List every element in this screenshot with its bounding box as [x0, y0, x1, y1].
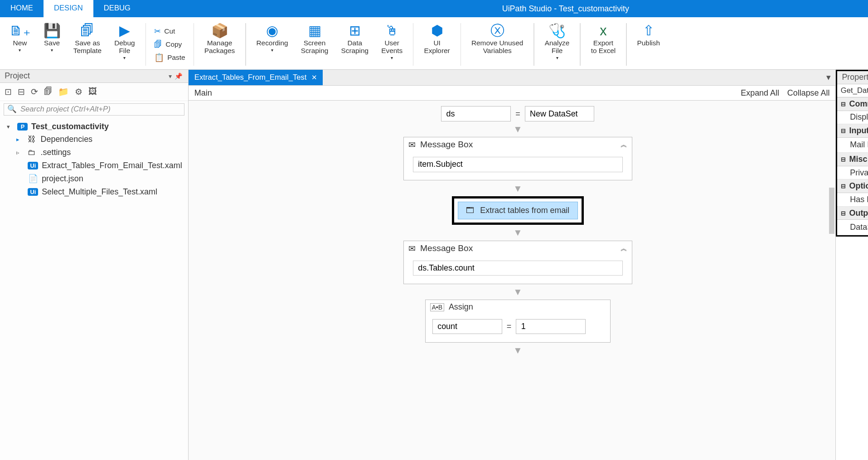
message-box-activity-2[interactable]: ✉Message Box︽ — [403, 241, 633, 285]
ui-explorer-button[interactable]: ⬢UI Explorer — [418, 20, 456, 69]
dependencies-icon: ⛓ — [27, 135, 37, 144]
cut-label: Cut — [164, 27, 175, 35]
clipboard-group: ✂Cut 🗐Copy 📋Paste — [150, 20, 189, 69]
prop-private[interactable]: Private — [837, 166, 868, 180]
remove-invalid-icon[interactable]: 🖼 — [88, 87, 97, 97]
document-tabs: Extract_Tables_From_Email_Test ✕ ▾ — [189, 70, 835, 86]
tree-file-extract[interactable]: UiExtract_Tables_From_Email_Test.xaml — [0, 159, 188, 172]
document-tab-active[interactable]: Extract_Tables_From_Email_Test ✕ — [189, 70, 323, 86]
document-tabs-dropdown[interactable]: ▾ — [822, 70, 835, 86]
msgbox2-input[interactable] — [413, 261, 623, 276]
breadcrumb-main[interactable]: Main — [194, 88, 212, 98]
data-scraping-button[interactable]: ⊞Data Scraping — [335, 20, 374, 69]
publish-button[interactable]: ⇧Publish — [631, 20, 666, 69]
category-options[interactable]: ⊟Options — [837, 179, 868, 193]
activity-type-label: Get_DataSet_from_MailMessage.ExtractTabl… — [837, 84, 868, 97]
expand-all-button[interactable]: Expand All — [741, 88, 779, 98]
export-excel-button[interactable]: xExport to Excel — [585, 20, 621, 69]
tree-settings-label: .settings — [41, 148, 71, 157]
assign-activity-1[interactable]: = — [441, 106, 594, 121]
excel-icon: x — [600, 22, 606, 39]
assign2-title: Assign — [449, 302, 473, 312]
displayname-key: DisplayName — [837, 111, 868, 124]
pin-icon[interactable]: 📌 — [175, 73, 183, 80]
project-search[interactable]: 🔍 Search project (Ctrl+Alt+P) — [4, 103, 185, 116]
extract-tables-activity-selected[interactable]: 🗔Extract tables from email — [452, 196, 584, 225]
project-tree: ▾PTest_customactivity ▸⛓Dependencies ▹🗀.… — [0, 118, 188, 201]
settings-icon[interactable]: ⚙ — [75, 87, 82, 97]
category-misc[interactable]: ⊟Misc — [837, 153, 868, 166]
designer-canvas[interactable]: = ▼ ✉Message Box︽ ▼ 🗔Extract tables from… — [189, 101, 835, 460]
tree-dependencies[interactable]: ▸⛓Dependencies — [0, 133, 188, 146]
designer-area: Extract_Tables_From_Email_Test ✕ ▾ Main … — [189, 70, 835, 460]
package-icon: 📦 — [211, 22, 228, 39]
xaml-icon: Ui — [28, 188, 38, 196]
data-scrape-icon: ⊞ — [349, 22, 361, 39]
close-tab-icon[interactable]: ✕ — [311, 73, 317, 82]
search-icon: 🔍 — [7, 105, 17, 114]
expand-all-icon[interactable]: ⊡ — [5, 87, 12, 97]
user-events-button[interactable]: 🖱User Events▾ — [375, 20, 408, 69]
panel-dropdown-icon[interactable]: ▾ — [169, 73, 172, 80]
open-folder-icon[interactable]: 📁 — [58, 87, 69, 97]
flow-arrow-icon: ▼ — [513, 227, 522, 238]
new-button[interactable]: 🗎₊New▾ — [4, 20, 37, 69]
assign-icon: A•B — [430, 303, 444, 311]
collapse-all-button[interactable]: Collapse All — [787, 88, 830, 98]
collapse-icon[interactable]: ︽ — [621, 140, 627, 150]
document-tab-label: Extract_Tables_From_Email_Test — [194, 73, 307, 82]
manage-packages-button[interactable]: 📦Manage Packages — [199, 20, 241, 69]
debug-file-label: Debug File — [114, 39, 135, 55]
menu-home[interactable]: HOME — [0, 0, 44, 17]
paste-button[interactable]: 📋Paste — [150, 52, 189, 64]
collapse-icon[interactable]: ︽ — [621, 244, 627, 253]
show-all-icon[interactable]: 🗐 — [44, 87, 53, 97]
tree-file-project-json[interactable]: 📄project.json — [0, 172, 188, 186]
assign2-left-input[interactable] — [432, 319, 502, 334]
save-button[interactable]: 💾Save▾ — [38, 20, 67, 69]
prop-dataset[interactable]: DataSet… — [837, 220, 868, 235]
debug-file-button[interactable]: ▶Debug File▾ — [108, 20, 141, 69]
tree-settings[interactable]: ▹🗀.settings — [0, 146, 188, 159]
prop-displayname[interactable]: DisplayNameExtract tables from email — [837, 111, 868, 125]
assign-activity-2[interactable]: A•BAssign = — [425, 300, 611, 343]
prop-mailmessage[interactable]: Mail Message… — [837, 138, 868, 153]
prop-hasheaders[interactable]: Has Headers — [837, 193, 868, 207]
menu-design[interactable]: DESIGN — [44, 0, 93, 17]
analyze-file-label: Analyze File — [545, 39, 570, 55]
save-as-template-button[interactable]: 🗐Save as Template — [68, 20, 107, 69]
copy-button[interactable]: 🗐Copy — [150, 39, 189, 50]
tree-root[interactable]: ▾PTest_customactivity — [0, 120, 188, 133]
assign1-right-input[interactable] — [525, 106, 595, 121]
assign1-left-input[interactable] — [441, 106, 511, 121]
message-box-activity-1[interactable]: ✉Message Box︽ — [403, 137, 633, 181]
menu-debug[interactable]: DEBUG — [93, 0, 141, 17]
category-output[interactable]: ⊟Output — [837, 207, 868, 220]
remove-icon: ⓧ — [490, 22, 504, 39]
msgbox1-input[interactable] — [413, 157, 623, 172]
cut-icon: ✂ — [154, 26, 161, 36]
envelope-icon: ✉ — [408, 140, 416, 150]
category-common[interactable]: ⊟Common — [837, 97, 868, 111]
screen-scraping-button[interactable]: ▦Screen Scraping — [295, 20, 334, 69]
tree-file-select-multiple[interactable]: UiSelect_Multiple_Files_Test.xaml — [0, 185, 188, 199]
cut-button[interactable]: ✂Cut — [150, 25, 189, 37]
msgbox2-title: Message Box — [420, 243, 473, 253]
assign2-right-input[interactable] — [516, 319, 586, 334]
collapse-all-icon[interactable]: ⊟ — [18, 87, 25, 97]
window-title: UiPath Studio - Test_customactivity — [141, 4, 868, 14]
mouse-icon: 🖱 — [385, 22, 399, 39]
remove-unused-button[interactable]: ⓧRemove Unused Variables — [466, 20, 529, 69]
cat-common-label: Common — [849, 99, 868, 109]
dataset-key: DataSet — [837, 221, 868, 234]
category-input[interactable]: ⊟Input — [837, 124, 868, 138]
export-excel-label: Export to Excel — [591, 39, 616, 55]
refresh-icon[interactable]: ⟳ — [31, 87, 38, 97]
screen-scraping-label: Screen Scraping — [301, 39, 329, 55]
new-label: New — [13, 39, 27, 47]
tree-dependencies-label: Dependencies — [41, 135, 93, 144]
tree-file1-label: Extract_Tables_From_Email_Test.xaml — [42, 161, 182, 170]
tree-file2-label: project.json — [42, 174, 83, 184]
analyze-file-button[interactable]: 🩺Analyze File▾ — [539, 20, 575, 69]
recording-button[interactable]: ◉Recording▾ — [251, 20, 294, 69]
